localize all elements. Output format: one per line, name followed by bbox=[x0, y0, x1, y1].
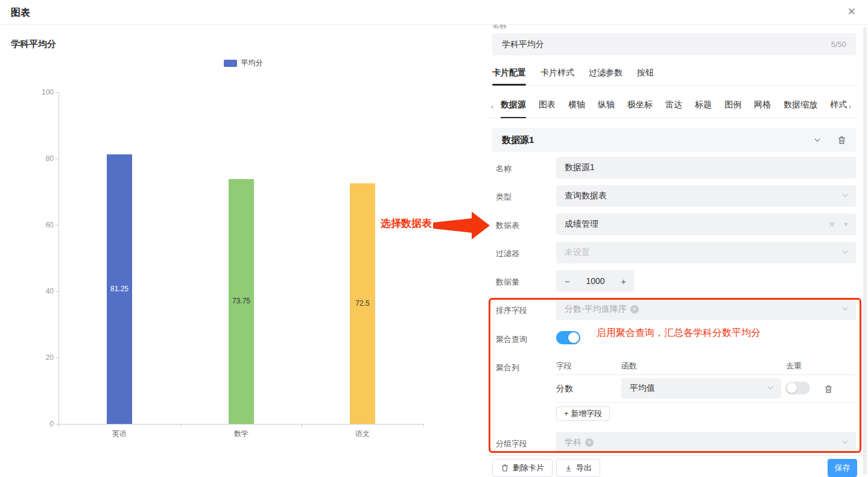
source-limit-label: 数据量 bbox=[496, 277, 519, 288]
sort-field-select[interactable]: 分数-平均值降序 ✕ bbox=[556, 299, 856, 320]
close-icon[interactable]: ✕ bbox=[847, 6, 856, 18]
bar-value-label: 81.25 bbox=[107, 285, 132, 293]
source-type-label: 类型 bbox=[496, 192, 512, 203]
export-label: 导出 bbox=[576, 463, 592, 473]
subtab-1[interactable]: 图表 bbox=[539, 100, 556, 118]
subtab-row: ‹ 数据源图表横轴纵轴极坐标雷达标题图例网格数据缩放样式提示 › bbox=[486, 100, 858, 118]
group-field-select[interactable]: 学科 ✕ bbox=[556, 432, 856, 453]
legend-swatch bbox=[224, 60, 237, 67]
x-category-label: 数学 bbox=[217, 429, 265, 439]
group-tag: 学科 ✕ bbox=[565, 437, 594, 448]
chevron-down-icon bbox=[841, 191, 849, 201]
source-filter-label: 过滤器 bbox=[496, 248, 519, 259]
modal-header: 图表 ✕ bbox=[0, 0, 868, 25]
save-button[interactable]: 保存 bbox=[828, 459, 857, 477]
agg-columns-label: 聚合列 bbox=[496, 362, 519, 373]
distinct-toggle[interactable] bbox=[785, 382, 810, 394]
source-filter-select[interactable]: 未设置 bbox=[556, 242, 856, 264]
subtab-8[interactable]: 网格 bbox=[754, 100, 771, 118]
tag-remove-icon[interactable]: ✕ bbox=[585, 438, 594, 447]
source-filter-placeholder: 未设置 bbox=[565, 247, 590, 258]
card-name-label: 名称 bbox=[492, 25, 507, 31]
y-tick-label: 60 bbox=[33, 221, 54, 229]
trash-icon[interactable] bbox=[837, 136, 846, 145]
chevron-down-icon[interactable] bbox=[813, 136, 822, 144]
card-tab-2[interactable]: 过滤参数 bbox=[589, 68, 622, 85]
y-tick-mark bbox=[55, 225, 59, 226]
subtab-5[interactable]: 雷达 bbox=[665, 100, 682, 118]
y-tick-mark bbox=[55, 92, 59, 93]
datasource-card-header[interactable]: 数据源1 bbox=[492, 128, 856, 152]
source-table-label: 数据表 bbox=[496, 220, 519, 231]
y-tick-label: 80 bbox=[33, 154, 54, 163]
y-tick-label: 100 bbox=[33, 88, 54, 96]
chevron-down-icon bbox=[841, 305, 849, 314]
delete-card-label: 删除卡片 bbox=[513, 463, 544, 473]
config-panel: 名称 学科平均分 5/50 卡片配置卡片样式过滤参数按钮 ‹ 数据源图表横轴纵轴… bbox=[486, 25, 868, 477]
tag-remove-icon[interactable]: ✕ bbox=[630, 305, 639, 314]
source-table-value: 成绩管理 bbox=[565, 219, 598, 230]
stepper-value[interactable]: 1000 bbox=[586, 276, 604, 286]
chevron-down-icon bbox=[841, 438, 849, 447]
x-axis bbox=[59, 424, 423, 425]
limit-stepper: − 1000 + bbox=[556, 270, 635, 292]
subtab-prev-icon[interactable]: ‹ bbox=[491, 102, 493, 111]
source-type-select[interactable]: 查询数据表 bbox=[556, 185, 856, 207]
clear-icon[interactable]: ✕ bbox=[828, 220, 835, 229]
subtab-9[interactable]: 数据缩放 bbox=[784, 100, 817, 118]
card-name-value: 学科平均分 bbox=[502, 39, 544, 50]
divider bbox=[556, 402, 856, 403]
card-name-input[interactable]: 学科平均分 5/50 bbox=[492, 33, 856, 55]
y-tick-label: 0 bbox=[33, 420, 54, 428]
chart-preview-panel: 学科平均分 平均分 02040608010081.25英语73.75数学72.5… bbox=[0, 25, 486, 477]
subtab-7[interactable]: 图例 bbox=[724, 100, 741, 118]
scrollbar[interactable] bbox=[863, 27, 867, 475]
chevron-down-icon bbox=[841, 248, 849, 257]
x-tick-mark bbox=[59, 424, 59, 427]
group-tag-label: 学科 bbox=[565, 437, 581, 448]
sort-tag-label: 分数-平均值降序 bbox=[565, 304, 627, 315]
trash-icon bbox=[501, 464, 509, 472]
agg-col-field-header: 字段 bbox=[556, 361, 572, 371]
divider bbox=[556, 374, 856, 375]
agg-func-value: 平均值 bbox=[630, 383, 655, 394]
agg-col-func-header: 函数 bbox=[621, 361, 637, 371]
stepper-plus-button[interactable]: + bbox=[621, 276, 626, 286]
delete-card-button[interactable]: 删除卡片 bbox=[492, 459, 553, 477]
chart-legend[interactable]: 平均分 bbox=[0, 58, 486, 68]
subtab-10[interactable]: 样式 bbox=[830, 100, 847, 118]
x-category-label: 英语 bbox=[95, 429, 144, 439]
datasource-title: 数据源1 bbox=[502, 134, 534, 146]
legend-label: 平均分 bbox=[241, 58, 263, 68]
subtab-next-icon[interactable]: › bbox=[849, 102, 851, 111]
subtab-3[interactable]: 纵轴 bbox=[598, 100, 615, 118]
card-tab-3[interactable]: 按钮 bbox=[637, 68, 654, 85]
card-tab-1[interactable]: 卡片样式 bbox=[540, 68, 574, 85]
x-tick-mark bbox=[302, 424, 302, 427]
agg-col-distinct-header: 去重 bbox=[786, 361, 802, 371]
source-table-select[interactable]: 成绩管理 ✕ ▼ bbox=[556, 213, 856, 235]
source-name-label: 名称 bbox=[496, 163, 512, 174]
subtab-2[interactable]: 横轴 bbox=[568, 100, 585, 118]
modal-title: 图表 bbox=[11, 7, 30, 19]
download-icon bbox=[565, 464, 572, 472]
stepper-minus-button[interactable]: − bbox=[565, 276, 570, 286]
y-tick-label: 40 bbox=[33, 287, 54, 295]
source-name-value: 数据源1 bbox=[565, 162, 595, 173]
subtabs: 数据源图表横轴纵轴极坐标雷达标题图例网格数据缩放样式提示 bbox=[501, 100, 849, 118]
trash-icon[interactable] bbox=[824, 385, 833, 394]
subtab-6[interactable]: 标题 bbox=[695, 100, 712, 118]
export-button[interactable]: 导出 bbox=[556, 459, 600, 477]
aggregate-query-toggle[interactable] bbox=[556, 331, 580, 344]
char-counter: 5/50 bbox=[831, 40, 846, 49]
subtab-4[interactable]: 极坐标 bbox=[627, 100, 653, 118]
source-name-input[interactable]: 数据源1 bbox=[556, 157, 856, 178]
y-tick-mark bbox=[55, 159, 59, 159]
card-tab-0[interactable]: 卡片配置 bbox=[492, 68, 526, 85]
subtab-0[interactable]: 数据源 bbox=[501, 100, 526, 118]
agg-func-select[interactable]: 平均值 bbox=[621, 378, 781, 399]
y-tick-label: 20 bbox=[33, 353, 54, 362]
y-axis bbox=[59, 92, 59, 424]
add-field-button[interactable]: + 新增字段 bbox=[556, 406, 610, 421]
footer-bar: 删除卡片 导出 保存 bbox=[486, 455, 868, 477]
